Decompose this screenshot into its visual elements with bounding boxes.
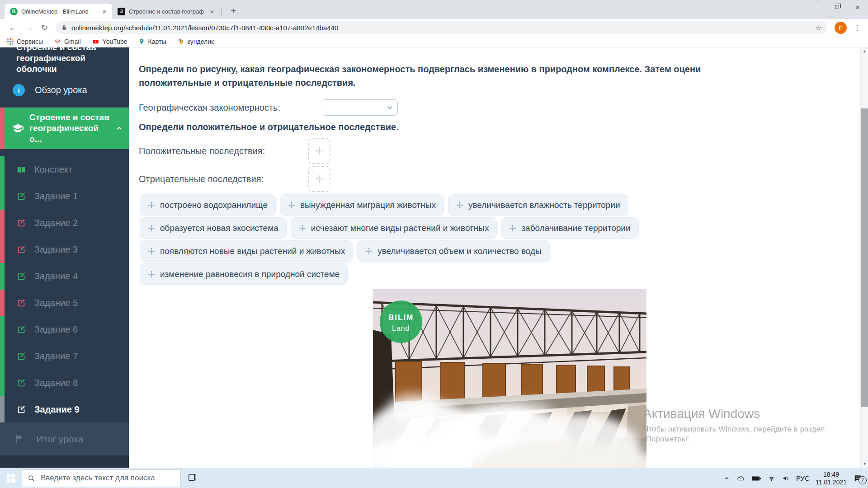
scroll-down-icon[interactable]: ▼ xyxy=(861,460,868,468)
scroll-up-icon[interactable]: ▲ xyxy=(861,47,868,55)
notification-count-badge: 7 xyxy=(859,476,867,484)
bookmark-services[interactable]: Сервисы xyxy=(7,38,43,45)
bookmark-gmail[interactable]: Gmail xyxy=(54,38,81,45)
item-label: Задание 4 xyxy=(34,271,78,282)
sidebar-item-task-4[interactable]: Задание 4 xyxy=(0,263,129,290)
chip-label: построено водохранилище xyxy=(160,200,268,210)
sidebar-item-task-7[interactable]: Задание 7 xyxy=(0,343,129,370)
pencil-square-icon xyxy=(16,325,26,335)
summary-label: Итог урока xyxy=(36,434,84,445)
badge-line1: BILIM xyxy=(388,313,414,322)
browser-menu-icon[interactable]: ⋮ xyxy=(853,23,861,33)
desktop-screen: B OnlineMektep - BilimLand × 3 Строение … xyxy=(0,0,868,488)
negative-label: Отрицательные последствия: xyxy=(139,174,302,184)
new-tab-button[interactable]: + xyxy=(227,5,239,17)
wifi-icon[interactable] xyxy=(767,475,776,482)
pencil-square-icon xyxy=(16,192,26,202)
tray-chevron-icon[interactable] xyxy=(723,475,730,482)
positive-label: Положительные последствия: xyxy=(139,146,302,156)
clock-time: 18:49 xyxy=(816,471,847,479)
answer-chip[interactable]: увеличивается влажность территории xyxy=(448,194,628,216)
geographic-pattern-select[interactable] xyxy=(322,99,398,116)
battery-icon[interactable] xyxy=(751,475,761,482)
answer-chip[interactable]: построено водохранилище xyxy=(140,194,276,216)
youtube-icon xyxy=(92,38,99,45)
item-label: Задание 6 xyxy=(34,324,78,335)
pencil-square-icon xyxy=(16,298,26,308)
start-button[interactable] xyxy=(0,468,22,488)
sidebar-item-task-5[interactable]: Задание 5 xyxy=(0,290,129,316)
scrollbar-thumb[interactable] xyxy=(861,108,868,407)
clock-date: 11.01.2021 xyxy=(816,479,847,486)
browser-tab-active[interactable]: B OnlineMektep - BilimLand × xyxy=(5,4,112,19)
system-tray: РУС 18:49 11.01.2021 7 xyxy=(723,468,865,488)
info-icon xyxy=(13,84,25,96)
answer-chip[interactable]: появляются новые виды растений и животны… xyxy=(140,240,353,262)
sidebar-item-konspekt[interactable]: Конспект xyxy=(0,156,129,183)
address-bar[interactable]: onlinemektep.org/schedule/11.01.2021/les… xyxy=(56,21,827,34)
negative-drop-target[interactable] xyxy=(308,166,330,192)
maps-pin-icon xyxy=(138,38,145,45)
forward-icon[interactable]: → xyxy=(25,23,33,33)
answer-chip[interactable]: исчезают многие виды растений и животных xyxy=(291,217,497,239)
close-button[interactable]: × xyxy=(847,0,868,14)
onedrive-cloud-icon[interactable] xyxy=(736,474,745,483)
taskbar-clock[interactable]: 18:49 11.01.2021 xyxy=(816,471,847,486)
sidebar-item-task-2[interactable]: Задание 2 xyxy=(0,210,129,236)
page-scrollbar[interactable]: ▲ ▼ xyxy=(860,47,868,468)
minimize-button[interactable] xyxy=(806,0,826,14)
bookmark-maps[interactable]: Карты xyxy=(138,38,166,45)
chip-label: увеличивается влажность территории xyxy=(468,200,620,210)
sidebar-item-task-9[interactable]: Задание 9 xyxy=(0,396,129,423)
answer-chip[interactable]: образуется новая экосистема xyxy=(140,217,287,239)
sidebar-item-summary[interactable]: Итог урока xyxy=(0,422,129,455)
task-content: Определи по рисунку, какая географическа… xyxy=(129,47,860,468)
positive-drop-target[interactable] xyxy=(308,138,330,164)
sidebar-item-task-6[interactable]: Задание 6 xyxy=(0,316,129,343)
reload-icon[interactable]: ↻ xyxy=(41,23,48,33)
move-icon xyxy=(509,225,516,232)
back-icon[interactable]: ← xyxy=(9,23,17,33)
item-label: Задание 1 xyxy=(34,191,78,202)
browser-toolbar: ← → ↻ onlinemektep.org/schedule/11.01.20… xyxy=(0,19,868,36)
windows-activation-watermark: Активация Windows Чтобы активировать Win… xyxy=(643,407,825,444)
taskbar-search[interactable] xyxy=(22,469,181,487)
bookmark-kundelik[interactable]: кунделик xyxy=(177,38,214,45)
move-icon xyxy=(148,225,155,232)
search-icon xyxy=(28,474,35,482)
answer-chip[interactable]: вынужденная миграция животных xyxy=(280,194,444,216)
url-text[interactable]: onlinemektep.org/schedule/11.01.2021/les… xyxy=(71,24,338,32)
profile-avatar[interactable]: Г xyxy=(835,22,847,34)
answer-chip[interactable]: заболачивание территории xyxy=(501,217,638,239)
notification-center-button[interactable]: 7 xyxy=(853,474,863,483)
answer-chip[interactable]: изменение равновесия в природной системе xyxy=(140,263,348,285)
gmail-icon xyxy=(54,38,61,45)
language-indicator[interactable]: РУС xyxy=(796,474,810,482)
bookmark-label: YouTube xyxy=(103,38,127,45)
bookmark-youtube[interactable]: YouTube xyxy=(92,38,127,45)
browser-tab-inactive[interactable]: 3 Строение и состав географичес × xyxy=(112,4,220,19)
sidebar-item-task-3[interactable]: Задание 3 xyxy=(0,236,129,263)
chip-label: вынужденная миграция животных xyxy=(300,200,436,210)
search-input[interactable] xyxy=(41,474,167,483)
graduation-cap-icon xyxy=(12,122,24,135)
window-controls: × xyxy=(806,0,868,14)
restore-button[interactable] xyxy=(826,0,847,14)
answer-chip[interactable]: увеличивается объем и количество воды xyxy=(357,240,550,262)
bilimland-badge: BILIM Land xyxy=(380,300,422,343)
lesson-page: Строение и состав географической оболочк… xyxy=(0,47,868,468)
task-view-button[interactable] xyxy=(187,472,198,484)
pattern-row: Географическая закономерность: xyxy=(139,99,860,116)
bookmarks-bar: Сервисы Gmail YouTube Карты xyxy=(0,36,868,47)
tab-close-icon[interactable]: × xyxy=(100,7,108,15)
sidebar-item-task-1[interactable]: Задание 1 xyxy=(0,183,129,210)
pencil-square-icon xyxy=(16,352,26,361)
sidebar-item-task-8[interactable]: Задание 8 xyxy=(0,370,129,396)
task-question: Определи по рисунку, какая географическа… xyxy=(139,62,772,89)
tab-close-icon[interactable]: × xyxy=(208,7,216,15)
sidebar-item-overview[interactable]: Обзор урока xyxy=(0,73,129,108)
sidebar-section-header[interactable]: Строение и состав географической о... xyxy=(0,108,129,149)
bookmark-star-icon[interactable]: ☆ xyxy=(816,23,822,32)
speaker-icon[interactable] xyxy=(782,474,790,482)
task-subheading: Определи положительное и отрицательное п… xyxy=(139,122,860,132)
